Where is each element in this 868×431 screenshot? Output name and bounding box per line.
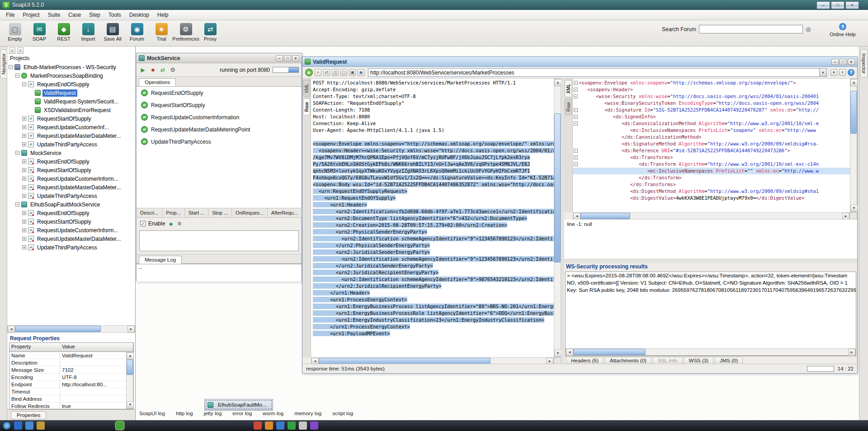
- toolbar-button-import[interactable]: ↓Import: [76, 22, 100, 42]
- property-row[interactable]: NameValidRequest: [9, 352, 126, 359]
- tree-item[interactable]: −MockService: [7, 149, 135, 157]
- split-view-icon[interactable]: [332, 69, 339, 76]
- jms-tab[interactable]: JMS (0): [715, 357, 743, 364]
- maximize-button[interactable]: [831, 1, 844, 9]
- log-tab-wsrm-log[interactable]: wsrm log: [263, 411, 283, 416]
- tree-expander-icon[interactable]: −: [9, 65, 13, 69]
- property-row[interactable]: Endpointhttp://localhost:80...: [9, 381, 126, 388]
- tree-item[interactable]: −ElhubSoapFaultMockService: [7, 200, 135, 209]
- scroll-left-icon[interactable]: [566, 349, 573, 356]
- tree-item[interactable]: +RequestStartOfSupply: [7, 114, 135, 123]
- expand-all-icon[interactable]: [17, 47, 24, 54]
- tree-expander-icon[interactable]: +: [22, 177, 26, 181]
- endpoint-combo[interactable]: http://localhost:8080/WebService/service…: [368, 68, 827, 77]
- log-tab-memory-log[interactable]: memory log: [294, 411, 321, 416]
- toolbar-button-empty[interactable]: ▢Empty: [3, 22, 27, 42]
- fold-toggle-icon[interactable]: −: [574, 122, 578, 126]
- horizontal-splitter[interactable]: [564, 259, 857, 263]
- mockservice-options-button[interactable]: [169, 66, 176, 74]
- tree-item[interactable]: +UpdateThirdPartyAccess: [7, 192, 135, 200]
- fold-toggle-icon[interactable]: −: [574, 94, 578, 98]
- search-icon[interactable]: [806, 26, 814, 33]
- property-row[interactable]: EncodingUTF-8: [9, 374, 126, 381]
- tree-expander-icon[interactable]: +: [22, 211, 26, 215]
- toolbar-button-proxy[interactable]: ⇄Proxy: [198, 22, 222, 42]
- tree-expander-icon[interactable]: +: [22, 168, 26, 172]
- operation-item[interactable]: UpdateThirdPartyAccess: [137, 136, 302, 148]
- fold-toggle-icon[interactable]: −: [574, 149, 578, 153]
- tree-expander-icon[interactable]: +: [22, 125, 26, 129]
- operation-item[interactable]: RequestUpdateMasterDataMeteringPoint: [137, 123, 302, 136]
- attachments-tab[interactable]: Attachments (0): [605, 357, 651, 364]
- tree-item[interactable]: +RequestStartOfSupply: [7, 166, 135, 174]
- tree-item[interactable]: −Elhub-MarketProcesses - WS-Security: [7, 63, 135, 71]
- taskbar-app-icon[interactable]: [288, 422, 296, 430]
- response-vertical-scrollbar[interactable]: [850, 79, 857, 212]
- pane-splitter[interactable]: [561, 79, 564, 365]
- tree-expander-icon[interactable]: +: [22, 134, 26, 138]
- taskbar-app-icon[interactable]: [310, 422, 318, 430]
- mock-detail-tab[interactable]: Stop ...: [208, 208, 232, 217]
- tree-expander-icon[interactable]: +: [22, 185, 26, 189]
- wss-tab[interactable]: WSS (3): [684, 357, 713, 364]
- scroll-left-icon[interactable]: [8, 326, 15, 333]
- tree-item[interactable]: +RequestUpdateMasterDataMeter...: [7, 183, 135, 192]
- log-tab-jetty-log[interactable]: jetty log: [204, 411, 222, 416]
- properties-vertical-scrollbar[interactable]: [126, 352, 133, 409]
- restart-mockservice-button[interactable]: [159, 66, 166, 74]
- scrollbar-thumb[interactable]: [850, 91, 857, 134]
- xml-view-tab[interactable]: XML: [565, 80, 572, 97]
- tree-item[interactable]: +UpdateThirdPartyAccess: [7, 140, 135, 149]
- operations-tab[interactable]: Operations: [139, 78, 176, 86]
- submit-request-button[interactable]: [305, 69, 313, 76]
- raw-view-tab[interactable]: Raw: [303, 98, 310, 116]
- menu-desktop[interactable]: Desktop: [125, 10, 153, 19]
- resubmit-icon[interactable]: [323, 69, 330, 76]
- minimize-button[interactable]: [816, 1, 830, 9]
- tree-expander-icon[interactable]: −: [15, 74, 19, 78]
- response-editor[interactable]: −<soapenv:Envelope xmlns:soapenv="http:/…: [573, 79, 850, 212]
- fold-toggle-icon[interactable]: −: [574, 162, 578, 166]
- scrollbar-thumb[interactable]: [127, 360, 133, 375]
- wss-results-box[interactable]: > <wsu:Expires>2015-08-28T08:08:00.469Z<…: [565, 272, 856, 356]
- online-help-button[interactable]: Online Help: [825, 23, 861, 37]
- tree-item[interactable]: +RequestUpdateCustomerInform...: [7, 226, 135, 234]
- enable-checkbox[interactable]: [140, 221, 146, 226]
- taskbar-soapui-icon[interactable]: [116, 422, 124, 430]
- scroll-up-icon[interactable]: [850, 79, 858, 86]
- response-horizontal-scrollbar[interactable]: [573, 212, 850, 220]
- scroll-right-icon[interactable]: [127, 326, 135, 333]
- scroll-down-icon[interactable]: [850, 205, 858, 212]
- inspector-tab[interactable]: Inspector: [860, 49, 868, 78]
- taskbar-app-icon[interactable]: [254, 422, 262, 430]
- menu-project[interactable]: Project: [19, 10, 43, 19]
- scrollbar-thumb[interactable]: [319, 358, 491, 364]
- mock-detail-tab[interactable]: Descri...: [137, 208, 162, 217]
- tree-item[interactable]: +RequestUpdateMasterDataMeter...: [7, 234, 135, 243]
- scrollbar-thumb[interactable]: [580, 213, 630, 219]
- menu-step[interactable]: Step: [85, 10, 104, 19]
- maximize-button[interactable]: [840, 59, 847, 65]
- toolbar-button-forum[interactable]: ◉Forum: [125, 22, 149, 42]
- tree-item[interactable]: ValidRequest-System/Securit...: [7, 97, 135, 106]
- operation-item[interactable]: RequestUpdateCustomerInformation: [137, 111, 302, 123]
- minimized-window-elhubsoapfault[interactable]: ElhubSoapFaultMo...: [204, 399, 273, 411]
- toolbar-button-preferences[interactable]: ⚙Preferences: [174, 22, 198, 42]
- property-row[interactable]: Bind Address: [9, 395, 126, 403]
- mock-detail-tab[interactable]: AfterRequ...: [268, 208, 302, 217]
- tree-item[interactable]: +RequestEndOfSupply: [7, 209, 135, 217]
- taskbar-app-icon[interactable]: [14, 422, 22, 430]
- stop-mockservice-button[interactable]: [149, 66, 156, 74]
- property-row[interactable]: Message Size7102: [9, 366, 126, 374]
- close-icon[interactable]: [848, 59, 855, 65]
- script-editor[interactable]: [139, 230, 299, 251]
- maximize-button[interactable]: [284, 55, 291, 61]
- operation-item[interactable]: RequestStartOfSupply: [137, 99, 302, 111]
- tree-item[interactable]: +RequestEndOfSupply: [7, 157, 135, 166]
- headers-tab[interactable]: Headers (5): [566, 357, 604, 364]
- help-icon[interactable]: [848, 69, 854, 76]
- tree-item[interactable]: −MarketProcessesSoapBinding: [7, 71, 135, 80]
- navigator-tab[interactable]: Navigator: [0, 49, 7, 79]
- taskbar-app-icon[interactable]: [276, 422, 284, 430]
- start-button[interactable]: [3, 422, 11, 430]
